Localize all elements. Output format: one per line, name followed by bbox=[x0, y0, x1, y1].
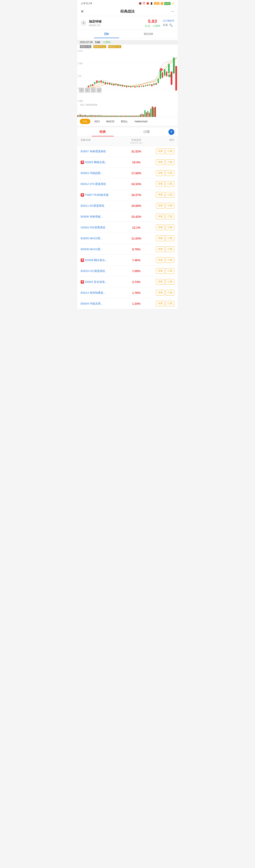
detail-button-BS011[interactable]: 详情 bbox=[156, 203, 165, 209]
detail-button-BS004[interactable]: 详情 bbox=[156, 301, 165, 306]
subscribe-button-GS001[interactable]: 订阅 bbox=[165, 225, 174, 230]
svg-rect-131 bbox=[125, 116, 126, 117]
detail-button-BS003[interactable]: 详情 bbox=[156, 170, 165, 176]
detail-button-BS008[interactable]: 详情 bbox=[156, 246, 165, 252]
more-icon[interactable]: ··· bbox=[171, 9, 174, 13]
add-button[interactable]: + bbox=[81, 20, 87, 26]
subscribe-button-BS005[interactable]: 订阅 bbox=[165, 236, 174, 241]
svg-rect-90 bbox=[173, 58, 175, 73]
price-high: 6.14 bbox=[78, 50, 86, 52]
nav-zoom-out-button[interactable]: − bbox=[91, 88, 96, 93]
detail-button-BS013[interactable]: 详情 bbox=[156, 290, 165, 296]
indicator-heikinashi[interactable]: HeikinAshi bbox=[132, 119, 150, 124]
strategy-return-BS008: 8.78% bbox=[122, 248, 151, 251]
strategy-name-text: BS005 MACD背... bbox=[81, 237, 103, 240]
tab-60min[interactable]: 60分钟 bbox=[127, 30, 169, 38]
detail-button-BS006[interactable]: 详情 bbox=[156, 214, 165, 219]
svg-rect-12 bbox=[94, 82, 95, 84]
strategy-actions-BS012: 详情 订阅 bbox=[151, 181, 174, 187]
strategy-name-link-BS011[interactable]: BS011 KD震荡系统 bbox=[81, 204, 122, 208]
tab-subscribed[interactable]: 订阅 bbox=[125, 127, 168, 136]
volume-area bbox=[77, 106, 178, 117]
subscribe-button-FS007[interactable]: 订阅 bbox=[165, 192, 174, 198]
strategy-name-cell: 推 SS003 网格交易... bbox=[81, 160, 122, 164]
ma-indicators: MA5:5.46 MA10:5.21 MA20:5.15 bbox=[77, 44, 178, 49]
strategy-name-link-GS001[interactable]: GS001 RSI背离系统 bbox=[81, 226, 122, 229]
stock-name: 驰宏锌锗 bbox=[89, 20, 142, 24]
svg-rect-8 bbox=[90, 85, 91, 86]
strategy-name-link-BS010[interactable]: BS010 CCI震荡系统 bbox=[81, 269, 122, 273]
detail-button-BS007[interactable]: 详情 bbox=[156, 149, 165, 154]
subscribe-button-BS008[interactable]: 订阅 bbox=[165, 246, 174, 252]
strategy-actions-GS001: 详情 订阅 bbox=[151, 225, 174, 230]
close-icon[interactable]: ✕ bbox=[81, 9, 84, 14]
stock-identity: 驰宏锌锗 600497.SS bbox=[89, 20, 142, 27]
subscribe-button-BS004[interactable]: 订阅 bbox=[165, 301, 174, 306]
search-icon[interactable]: 🔍 bbox=[169, 24, 173, 27]
strategy-name-cell: 推 SS004 安全追涨... bbox=[81, 280, 122, 284]
table-row: BS007 布林震荡系统 31.52% 详情 订阅 bbox=[77, 146, 178, 157]
indicator-kdj[interactable]: KDJ bbox=[92, 119, 102, 124]
strategy-name-link-BS007[interactable]: BS007 布林震荡系统 bbox=[81, 150, 122, 153]
svg-rect-72 bbox=[158, 79, 159, 83]
nav-zoom-in-button[interactable]: + bbox=[85, 88, 90, 93]
indicator-boll[interactable]: BOLL bbox=[119, 119, 130, 124]
detail-button-SS003[interactable]: 详情 bbox=[156, 159, 165, 165]
table-row: GS001 RSI背离系统 12.1% 详情 订阅 bbox=[77, 222, 178, 233]
ma10-label: MA10:5.21 bbox=[93, 45, 106, 48]
subscribe-button-SS004[interactable]: 订阅 bbox=[165, 279, 174, 285]
subscribe-button-SS003[interactable]: 订阅 bbox=[165, 159, 174, 165]
strategy-actions-BS013: 详情 订阅 bbox=[151, 290, 174, 296]
detail-button-GS001[interactable]: 详情 bbox=[156, 225, 165, 230]
strategy-return-GS001: 12.1% bbox=[122, 226, 151, 229]
svg-rect-134 bbox=[129, 116, 130, 117]
nav-back-button[interactable]: < bbox=[79, 88, 84, 93]
detail-button-SS004[interactable]: 详情 bbox=[156, 279, 165, 285]
subscribe-button-BS006[interactable]: 订阅 bbox=[165, 214, 174, 219]
strategy-return-BS006: 15.42% bbox=[122, 215, 151, 218]
strategy-name-link-BS013[interactable]: BS013 肯特纳通道... bbox=[81, 291, 122, 295]
strategy-name-text: BS011 KD震荡系统 bbox=[81, 204, 104, 208]
detail-button-GS008[interactable]: 详情 bbox=[156, 257, 165, 263]
subscribe-button-BS012[interactable]: 订阅 bbox=[165, 181, 174, 187]
strategy-name-link-SS003[interactable]: 推 SS003 网格交易... bbox=[81, 160, 122, 164]
detail-button-BS005[interactable]: 详情 bbox=[156, 236, 165, 241]
svg-rect-68 bbox=[153, 84, 155, 85]
strategy-name-link-GS008[interactable]: 推 GS008 顾比复合... bbox=[81, 258, 122, 262]
tab-classic[interactable]: 经典 bbox=[81, 127, 125, 136]
strategy-name-link-BS012[interactable]: BS012 STC震荡系统 bbox=[81, 182, 122, 186]
detail-button-BS012[interactable]: 详情 bbox=[156, 181, 165, 187]
svg-rect-153 bbox=[155, 107, 156, 117]
detail-button-BS010[interactable]: 详情 bbox=[156, 268, 165, 274]
indicator-macd[interactable]: MACD bbox=[104, 119, 117, 124]
strategy-actions-SS004: 详情 订阅 bbox=[151, 279, 174, 285]
svg-rect-50 bbox=[134, 86, 136, 87]
subscribe-button-BS007[interactable]: 订阅 bbox=[165, 149, 174, 154]
table-row: BS010 CCI震荡系统 7.09% 详情 订阅 bbox=[77, 266, 178, 277]
nav-forward-button[interactable]: > bbox=[97, 88, 102, 93]
svg-rect-137 bbox=[132, 116, 133, 117]
strategy-name-link-SS004[interactable]: 推 SS004 安全追涨... bbox=[81, 280, 122, 284]
strategy-name-link-BS003[interactable]: BS003 均线趋势... bbox=[81, 171, 122, 175]
strategy-name-link-BS008[interactable]: BS008 MACD震... bbox=[81, 247, 122, 251]
subscribe-button-BS011[interactable]: 订阅 bbox=[165, 203, 174, 209]
detail-button-FS007[interactable]: 详情 bbox=[156, 192, 165, 198]
strategy-name-link-BS006[interactable]: BS006 布林突破... bbox=[81, 215, 122, 219]
strategy-name-link-BS004[interactable]: BS004 均线支撑... bbox=[81, 302, 122, 306]
strategy-tabs: 经典 订阅 + bbox=[77, 127, 178, 136]
table-row: 推 SS003 网格交易... 19.4% 详情 订阅 bbox=[77, 157, 178, 168]
subscribe-button-BS010[interactable]: 订阅 bbox=[165, 268, 174, 274]
subscribe-button-GS008[interactable]: 订阅 bbox=[165, 257, 174, 263]
subscribe-button-BS003[interactable]: 订阅 bbox=[165, 170, 174, 176]
strategy-name-link-BS005[interactable]: BS005 MACD背... bbox=[81, 237, 122, 240]
svg-rect-147 bbox=[146, 112, 147, 117]
tab-daily-k[interactable]: 日K bbox=[86, 30, 127, 38]
strategy-name-link-FS007[interactable]: 推 FS007 RUMI改良版 bbox=[81, 193, 122, 197]
svg-rect-136 bbox=[131, 116, 132, 117]
svg-rect-18 bbox=[100, 81, 102, 83]
svg-rect-93 bbox=[77, 115, 78, 117]
subscribed-signal-button[interactable]: 已订阅信号 bbox=[163, 19, 174, 22]
add-strategy-button[interactable]: + bbox=[168, 129, 174, 135]
subscribe-button-BS013[interactable]: 订阅 bbox=[165, 290, 174, 296]
indicator-vol[interactable]: VOL bbox=[80, 119, 90, 124]
